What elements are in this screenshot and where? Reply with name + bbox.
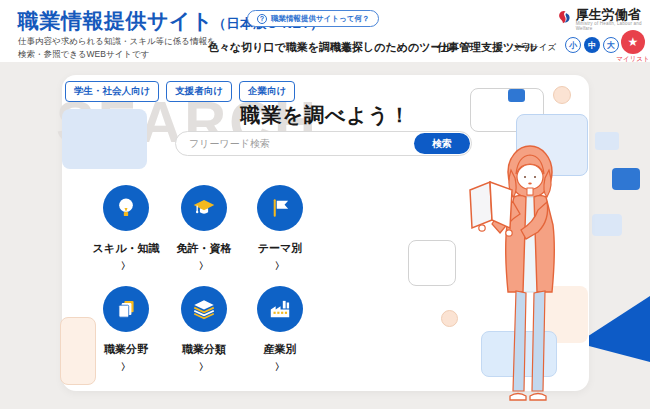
category-label: スキル・知識	[87, 241, 165, 256]
question-icon: ？	[257, 14, 267, 24]
category-circle	[103, 286, 149, 332]
font-size-large-button[interactable]: 大	[603, 37, 619, 53]
category-circle	[257, 286, 303, 332]
category-label: 産業別	[241, 342, 319, 357]
page-title: 職業を調べよう！	[62, 102, 589, 129]
mhlw-logo[interactable]: 厚生労働省Ministry of Health, Labour and Welf…	[555, 8, 650, 32]
category-skills-knowledge[interactable]: スキル・知識 〉	[87, 185, 165, 274]
category-by-industry[interactable]: 産業別 〉	[241, 286, 319, 375]
star-icon: ★	[628, 35, 639, 49]
chevron-right-icon: 〉	[241, 260, 319, 273]
chevron-right-icon: 〉	[165, 260, 243, 273]
site-description: 仕事内容や求められる知識・スキル等に係る情報を 検索・参照できるWEBサイトです	[18, 35, 216, 61]
mhlw-logo-icon	[555, 8, 573, 28]
nav-item-job-search-tools[interactable]: 職業探しのためのツール	[330, 40, 453, 55]
mortarboard-icon	[191, 195, 217, 221]
font-size-small-button[interactable]: 小	[565, 37, 581, 53]
category-label: 免許・資格	[165, 241, 243, 256]
deco-rect	[508, 89, 525, 102]
chevron-right-icon: 〉	[165, 361, 243, 374]
deco-rect	[612, 168, 640, 190]
category-label: テーマ別	[241, 241, 319, 256]
category-circle	[181, 286, 227, 332]
what-is-site-button[interactable]: ？ 職業情報提供サイトって何？	[247, 10, 379, 27]
font-size-label: 文字サイズ	[513, 42, 556, 54]
category-circle	[103, 185, 149, 231]
search-button[interactable]: 検索	[414, 133, 470, 154]
chevron-right-icon: 〉	[241, 361, 319, 374]
chevron-right-icon: 〉	[87, 260, 165, 273]
tab-students-workers[interactable]: 学生・社会人向け	[65, 81, 159, 102]
site-title-text: 職業情報提供サイト	[18, 9, 213, 32]
category-occupation-classification[interactable]: 職業分類 〉	[165, 286, 243, 375]
factory-icon	[267, 296, 293, 322]
category-label: 職業分類	[165, 342, 243, 357]
woman-reading-illustration	[468, 140, 590, 408]
logo-text-en: Ministry of Health, Labour and Welfare	[576, 22, 650, 32]
site-header: 職業情報提供サイト（日本版O-NET） ？ 職業情報提供サイトって何？ 仕事内容…	[0, 0, 650, 62]
deco-circle	[441, 310, 458, 327]
documents-icon	[113, 296, 139, 322]
flag-icon	[267, 195, 293, 221]
search-bar: 検索	[175, 131, 472, 156]
category-circle	[181, 185, 227, 231]
logo-text: 厚生労働省Ministry of Health, Labour and Welf…	[576, 8, 650, 32]
help-button-label: 職業情報提供サイトって何？	[271, 14, 369, 24]
lightbulb-icon	[113, 195, 139, 221]
chevron-right-icon: 〉	[87, 361, 165, 374]
deco-outline-rect	[408, 240, 456, 286]
category-circle	[257, 185, 303, 231]
font-size-medium-button[interactable]: 中	[584, 37, 600, 53]
deco-rect	[595, 132, 619, 150]
site-description-line2: 検索・参照できるWEBサイトです	[18, 48, 216, 61]
layers-icon	[191, 296, 217, 322]
mylist-label: マイリスト	[613, 55, 650, 64]
logo-text-jp: 厚生労働省	[576, 7, 641, 22]
audience-tabs: 学生・社会人向け 支援者向け 企業向け	[65, 81, 295, 102]
site-description-line1: 仕事内容や求められる知識・スキル等に係る情報を	[18, 35, 216, 48]
mylist-button[interactable]: ★	[621, 30, 645, 54]
category-by-theme[interactable]: テーマ別 〉	[241, 185, 319, 274]
category-label: 職業分野	[87, 342, 165, 357]
tab-supporters[interactable]: 支援者向け	[166, 81, 232, 102]
category-occupation-fields[interactable]: 職業分野 〉	[87, 286, 165, 375]
onet-home-page: SEARCH 職業情報提供サイト（日本版O-NET） ？ 職業情報提供サイトって…	[0, 0, 650, 409]
deco-rect	[592, 214, 622, 236]
category-licenses-qualifications[interactable]: 免許・資格 〉	[165, 185, 243, 274]
tab-companies[interactable]: 企業向け	[239, 81, 295, 102]
